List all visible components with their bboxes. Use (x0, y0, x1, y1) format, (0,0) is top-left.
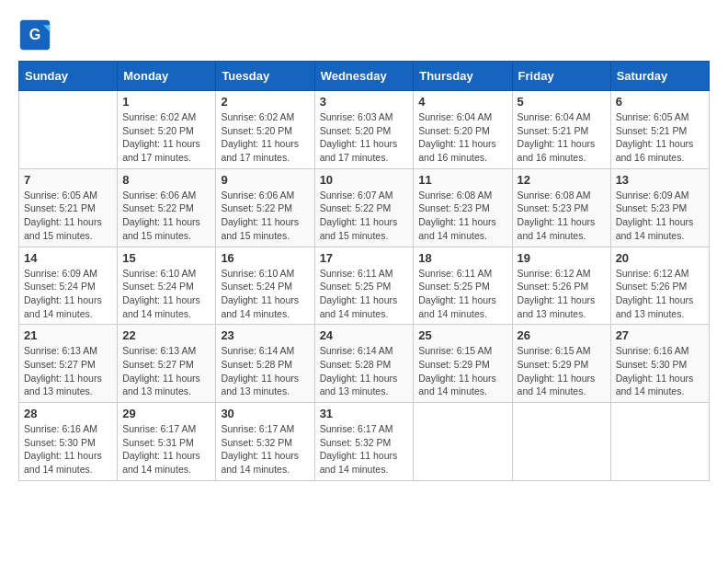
calendar-cell: 22Sunrise: 6:13 AM Sunset: 5:27 PM Dayli… (118, 325, 216, 403)
day-number: 16 (221, 251, 309, 265)
weekday-header: Thursday (414, 62, 512, 91)
calendar-cell: 20Sunrise: 6:12 AM Sunset: 5:26 PM Dayli… (610, 247, 709, 325)
calendar-cell: 7Sunrise: 6:05 AM Sunset: 5:21 PM Daylig… (19, 168, 118, 247)
calendar-cell: 31Sunrise: 6:17 AM Sunset: 5:32 PM Dayli… (314, 403, 414, 481)
day-info: Sunrise: 6:06 AM Sunset: 5:22 PM Dayligh… (122, 189, 210, 243)
day-number: 21 (24, 328, 112, 342)
day-info: Sunrise: 6:02 AM Sunset: 5:20 PM Dayligh… (122, 110, 210, 165)
day-number: 5 (518, 95, 606, 109)
weekday-header: Tuesday (216, 62, 314, 91)
calendar-cell (610, 403, 709, 481)
day-info: Sunrise: 6:05 AM Sunset: 5:21 PM Dayligh… (24, 189, 112, 243)
day-number: 7 (24, 173, 112, 187)
day-number: 30 (221, 407, 309, 420)
calendar-cell: 12Sunrise: 6:08 AM Sunset: 5:23 PM Dayli… (512, 168, 610, 247)
calendar-cell: 3Sunrise: 6:03 AM Sunset: 5:20 PM Daylig… (314, 91, 414, 169)
calendar-header-row: SundayMondayTuesdayWednesdayThursdayFrid… (19, 62, 710, 91)
calendar-cell: 15Sunrise: 6:10 AM Sunset: 5:24 PM Dayli… (118, 247, 216, 325)
calendar-table: SundayMondayTuesdayWednesdayThursdayFrid… (18, 61, 710, 481)
day-number: 17 (320, 251, 409, 265)
day-number: 19 (518, 251, 606, 265)
day-number: 2 (221, 95, 309, 109)
day-number: 6 (616, 95, 704, 109)
weekday-header: Wednesday (314, 62, 414, 91)
calendar-cell: 25Sunrise: 6:15 AM Sunset: 5:29 PM Dayli… (414, 325, 512, 403)
day-number: 1 (122, 95, 210, 109)
calendar-cell: 29Sunrise: 6:17 AM Sunset: 5:31 PM Dayli… (118, 403, 216, 481)
day-info: Sunrise: 6:09 AM Sunset: 5:23 PM Dayligh… (616, 189, 704, 243)
calendar-week-row: 21Sunrise: 6:13 AM Sunset: 5:27 PM Dayli… (19, 325, 710, 403)
calendar-cell: 21Sunrise: 6:13 AM Sunset: 5:27 PM Dayli… (19, 325, 118, 403)
day-info: Sunrise: 6:02 AM Sunset: 5:20 PM Dayligh… (221, 110, 309, 165)
day-info: Sunrise: 6:09 AM Sunset: 5:24 PM Dayligh… (24, 267, 112, 321)
day-info: Sunrise: 6:17 AM Sunset: 5:32 PM Dayligh… (221, 422, 309, 477)
day-number: 8 (122, 173, 210, 187)
day-info: Sunrise: 6:14 AM Sunset: 5:28 PM Dayligh… (320, 344, 409, 398)
calendar-cell (19, 91, 118, 169)
day-info: Sunrise: 6:13 AM Sunset: 5:27 PM Dayligh… (122, 344, 210, 398)
day-info: Sunrise: 6:06 AM Sunset: 5:22 PM Dayligh… (221, 189, 309, 243)
calendar-cell: 27Sunrise: 6:16 AM Sunset: 5:30 PM Dayli… (610, 325, 709, 403)
calendar-cell: 4Sunrise: 6:04 AM Sunset: 5:20 PM Daylig… (414, 91, 512, 169)
calendar-cell: 30Sunrise: 6:17 AM Sunset: 5:32 PM Dayli… (216, 403, 314, 481)
day-number: 24 (320, 328, 409, 342)
calendar-cell (512, 403, 610, 481)
weekday-header: Monday (118, 62, 216, 91)
day-info: Sunrise: 6:04 AM Sunset: 5:20 PM Dayligh… (418, 110, 506, 165)
day-number: 14 (24, 251, 112, 265)
day-number: 13 (616, 173, 704, 187)
day-info: Sunrise: 6:13 AM Sunset: 5:27 PM Dayligh… (24, 344, 112, 398)
day-info: Sunrise: 6:08 AM Sunset: 5:23 PM Dayligh… (418, 189, 506, 243)
calendar-cell: 18Sunrise: 6:11 AM Sunset: 5:25 PM Dayli… (414, 247, 512, 325)
day-info: Sunrise: 6:17 AM Sunset: 5:32 PM Dayligh… (320, 422, 409, 477)
calendar-cell: 13Sunrise: 6:09 AM Sunset: 5:23 PM Dayli… (610, 168, 709, 247)
day-info: Sunrise: 6:05 AM Sunset: 5:21 PM Dayligh… (616, 110, 704, 165)
day-number: 12 (518, 173, 606, 187)
day-number: 25 (418, 328, 506, 342)
day-number: 10 (320, 173, 409, 187)
day-info: Sunrise: 6:08 AM Sunset: 5:23 PM Dayligh… (518, 189, 606, 243)
day-number: 20 (616, 251, 704, 265)
day-info: Sunrise: 6:15 AM Sunset: 5:29 PM Dayligh… (418, 344, 506, 398)
day-info: Sunrise: 6:10 AM Sunset: 5:24 PM Dayligh… (122, 267, 210, 321)
calendar-cell: 2Sunrise: 6:02 AM Sunset: 5:20 PM Daylig… (216, 91, 314, 169)
day-info: Sunrise: 6:15 AM Sunset: 5:29 PM Dayligh… (518, 344, 606, 398)
calendar-cell: 28Sunrise: 6:16 AM Sunset: 5:30 PM Dayli… (19, 403, 118, 481)
calendar-cell: 26Sunrise: 6:15 AM Sunset: 5:29 PM Dayli… (512, 325, 610, 403)
day-number: 22 (122, 328, 210, 342)
day-info: Sunrise: 6:11 AM Sunset: 5:25 PM Dayligh… (320, 267, 409, 321)
calendar-cell: 19Sunrise: 6:12 AM Sunset: 5:26 PM Dayli… (512, 247, 610, 325)
day-number: 4 (418, 95, 506, 109)
calendar-cell: 5Sunrise: 6:04 AM Sunset: 5:21 PM Daylig… (512, 91, 610, 169)
day-number: 26 (518, 328, 606, 342)
weekday-header: Saturday (610, 62, 709, 91)
calendar-cell: 23Sunrise: 6:14 AM Sunset: 5:28 PM Dayli… (216, 325, 314, 403)
day-number: 9 (221, 173, 309, 187)
calendar-week-row: 28Sunrise: 6:16 AM Sunset: 5:30 PM Dayli… (19, 403, 710, 481)
day-number: 18 (418, 251, 506, 265)
calendar-cell: 1Sunrise: 6:02 AM Sunset: 5:20 PM Daylig… (118, 91, 216, 169)
day-info: Sunrise: 6:11 AM Sunset: 5:25 PM Dayligh… (418, 267, 506, 321)
calendar-cell: 9Sunrise: 6:06 AM Sunset: 5:22 PM Daylig… (216, 168, 314, 247)
day-info: Sunrise: 6:14 AM Sunset: 5:28 PM Dayligh… (221, 344, 309, 398)
day-info: Sunrise: 6:12 AM Sunset: 5:26 PM Dayligh… (518, 267, 606, 321)
svg-text:G: G (29, 26, 41, 42)
calendar-cell: 24Sunrise: 6:14 AM Sunset: 5:28 PM Dayli… (314, 325, 414, 403)
calendar-cell: 14Sunrise: 6:09 AM Sunset: 5:24 PM Dayli… (19, 247, 118, 325)
calendar-week-row: 7Sunrise: 6:05 AM Sunset: 5:21 PM Daylig… (19, 168, 710, 247)
day-info: Sunrise: 6:04 AM Sunset: 5:21 PM Dayligh… (518, 110, 606, 165)
day-number: 15 (122, 251, 210, 265)
weekday-header: Sunday (19, 62, 118, 91)
day-info: Sunrise: 6:07 AM Sunset: 5:22 PM Dayligh… (320, 189, 409, 243)
day-info: Sunrise: 6:17 AM Sunset: 5:31 PM Dayligh… (122, 422, 210, 477)
calendar-cell: 17Sunrise: 6:11 AM Sunset: 5:25 PM Dayli… (314, 247, 414, 325)
calendar-cell: 8Sunrise: 6:06 AM Sunset: 5:22 PM Daylig… (118, 168, 216, 247)
day-info: Sunrise: 6:03 AM Sunset: 5:20 PM Dayligh… (320, 110, 409, 165)
day-number: 23 (221, 328, 309, 342)
page-header: G (18, 18, 710, 52)
calendar-cell: 11Sunrise: 6:08 AM Sunset: 5:23 PM Dayli… (414, 168, 512, 247)
calendar-cell (414, 403, 512, 481)
calendar-week-row: 14Sunrise: 6:09 AM Sunset: 5:24 PM Dayli… (19, 247, 710, 325)
day-number: 11 (418, 173, 506, 187)
logo-icon: G (18, 18, 51, 52)
